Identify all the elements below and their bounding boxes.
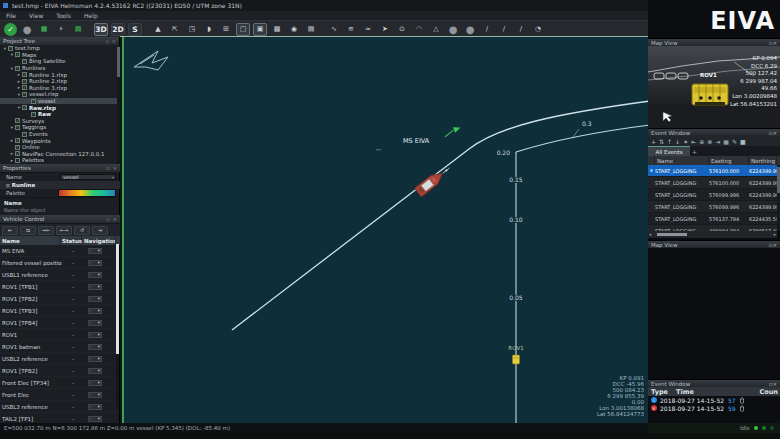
profile-view-2-icon[interactable]: ≋	[344, 23, 358, 36]
vehicle-row[interactable]: MS EIVA--▾	[0, 245, 116, 257]
profile-view-1-icon[interactable]: ∿	[327, 23, 341, 36]
profile-view-3-icon[interactable]: ≈	[361, 23, 375, 36]
checkbox-icon[interactable]	[15, 118, 20, 123]
close-panel-icon[interactable]: ×	[772, 40, 777, 46]
tree-item-vessel[interactable]: vessel	[0, 98, 120, 105]
last-event-icon[interactable]: ⇥	[715, 138, 720, 145]
menu-view[interactable]: View	[29, 12, 43, 19]
nav-clip-dropdown[interactable]: -▾	[88, 344, 102, 350]
trash-icon[interactable]	[739, 405, 745, 412]
event-row[interactable]: START_LOGGING576099.9966224399.99	[648, 201, 777, 213]
checkbox-icon[interactable]	[22, 105, 27, 110]
view-s-button[interactable]: S	[128, 23, 142, 36]
checkbox-icon[interactable]	[15, 125, 20, 130]
nav-clip-dropdown[interactable]: -▾	[88, 260, 102, 266]
tree-item-taggings[interactable]: ▾Taggings	[0, 124, 120, 131]
filmstrip-tool-icon[interactable]: ▤	[304, 23, 318, 36]
tree-item-runline2[interactable]: ▸Runline 2.rlxp	[0, 78, 120, 85]
circle-button-2-icon[interactable]: ●	[463, 23, 477, 36]
tree-item-maps[interactable]: ▾Maps	[0, 52, 120, 59]
menu-file[interactable]: File	[6, 12, 16, 19]
nav-clip-dropdown[interactable]: -▾	[88, 284, 102, 290]
event-row[interactable]: START_LOGGING576100.0006224399.99	[648, 177, 777, 189]
tree-item-events[interactable]: Events	[0, 131, 120, 138]
battery-status-icon[interactable]: ▤	[71, 23, 85, 36]
event-row[interactable]: START_LOGGING576137.7946224435.59	[648, 213, 777, 225]
grid-toggle-icon[interactable]: ⊞	[219, 23, 233, 36]
move-down-icon[interactable]: ↓	[675, 138, 680, 145]
tree-item-vessel-rlxp[interactable]: ▾vessel.rlxp	[0, 91, 120, 98]
region-tool-icon[interactable]: ▢	[236, 23, 250, 36]
circle-button-1-icon[interactable]: ●	[446, 23, 460, 36]
vehicle-row[interactable]: USBL3 reference--▾	[0, 401, 116, 413]
vehicle-row[interactable]: ROV1 [TPB4]--▾	[0, 317, 116, 329]
close-panel-icon[interactable]: ×	[113, 165, 117, 171]
tab-all-events[interactable]: All Events	[648, 146, 690, 156]
vehicle-row[interactable]: ROV1 [TPB2]--▾	[0, 365, 116, 377]
close-panel-icon[interactable]: ×	[772, 130, 777, 136]
checkbox-icon[interactable]	[15, 158, 20, 163]
name-dropdown[interactable]: vessel▾	[60, 174, 116, 180]
nav-clip-dropdown[interactable]: -▾	[88, 404, 102, 410]
vehicle-row[interactable]: ROV1 [TPB1]--▾	[0, 281, 116, 293]
vehicle-row[interactable]: Filtered vessel position--▾	[0, 257, 116, 269]
nav-clip-dropdown[interactable]: -▾	[88, 308, 102, 314]
logging-grid-icon[interactable]: ▦	[37, 23, 51, 36]
nav-clip-dropdown[interactable]: -▾	[88, 380, 102, 386]
expander-icon[interactable]: ⊞	[6, 183, 10, 188]
pin-icon[interactable]: ▫	[106, 165, 109, 171]
tree-item-raw[interactable]: Raw	[0, 111, 120, 118]
image-overlay-icon[interactable]: ▩	[270, 23, 284, 36]
trash-icon[interactable]	[739, 397, 745, 404]
tree-item-runline1[interactable]: ▸Runline 1.rlxp	[0, 71, 120, 78]
rotate-view-icon[interactable]: ◳	[185, 23, 199, 36]
menu-tools[interactable]: Tools	[56, 12, 71, 19]
tree-item-runline3[interactable]: ▸Runline 3.rlxp	[0, 85, 120, 92]
event-hscrollbar[interactable]: ◂ ▸	[648, 231, 777, 238]
highlight-event-icon[interactable]: ✶	[683, 138, 688, 145]
nav-clip-dropdown[interactable]: -▾	[88, 296, 102, 302]
orbit-mode-icon[interactable]: ↺	[74, 226, 90, 235]
checkbox-icon[interactable]	[22, 132, 27, 137]
spread-mode-icon[interactable]: ←→	[56, 226, 72, 235]
arc-tool-icon[interactable]: ◠	[412, 23, 426, 36]
event2-row[interactable]: × 2018-09-27 14-15-52 59	[648, 404, 780, 412]
vehicle-row[interactable]: USBL1 reference--▾	[0, 269, 116, 281]
checkbox-icon[interactable]	[8, 46, 13, 51]
line-tool-2-icon[interactable]: ∕	[497, 23, 511, 36]
checkbox-icon[interactable]	[31, 99, 36, 104]
tree-item-runlines[interactable]: ▾Runlines	[0, 65, 120, 72]
pin-icon[interactable]: ▫	[106, 216, 109, 222]
record-button-icon[interactable]: ●	[20, 23, 34, 36]
tree-item-navipac[interactable]: ▸NaviPac Connection 127.0.0.1	[0, 151, 120, 158]
tree-item-raw-rlxp[interactable]: ▾Raw.rlxp	[0, 104, 120, 111]
checkbox-icon[interactable]	[15, 66, 20, 71]
event2-row[interactable]: i 2018-09-27 14-15-52 57	[648, 396, 780, 404]
nav-clip-dropdown[interactable]: -▾	[88, 320, 102, 326]
vehicle-scrollbar[interactable]	[116, 244, 119, 409]
background-toggle-icon[interactable]: ▣	[253, 23, 267, 36]
property-runline-row[interactable]: ⊞ Runline	[0, 181, 120, 189]
dock-right-icon[interactable]: ⇥	[92, 226, 108, 235]
line-tool-1-icon[interactable]: ∕	[480, 23, 494, 36]
checkbox-icon[interactable]	[31, 112, 36, 117]
tree-scrollbar[interactable]	[117, 45, 120, 164]
checkbox-icon[interactable]	[22, 85, 27, 90]
pan-tool-icon[interactable]: ◗	[202, 23, 216, 36]
close-panel-icon[interactable]: ×	[112, 38, 116, 44]
follow-mode-icon[interactable]: ⇆	[20, 226, 36, 235]
nav-clip-dropdown[interactable]: -▾	[88, 416, 102, 422]
nav-clip-dropdown[interactable]: -▾	[88, 332, 102, 338]
dock-left-icon[interactable]: ⇤	[2, 226, 18, 235]
close-panel-icon[interactable]: ×	[772, 242, 777, 248]
nav-clip-dropdown[interactable]: -▾	[88, 368, 102, 374]
tree-item-root[interactable]: ▾test.hmp	[0, 45, 120, 52]
scroll-left-icon[interactable]: ◂	[648, 232, 652, 237]
checkbox-icon[interactable]	[15, 52, 20, 57]
pin-icon[interactable]: ▫	[105, 38, 108, 44]
scroll-right-icon[interactable]: ▸	[773, 232, 777, 237]
checkbox-icon[interactable]	[15, 151, 20, 156]
vehicle-row[interactable]: Front Elec--▾	[0, 389, 116, 401]
vehicle-row[interactable]: ROV1 batman--▾	[0, 341, 116, 353]
line-tool-3-icon[interactable]: ∕	[514, 23, 528, 36]
